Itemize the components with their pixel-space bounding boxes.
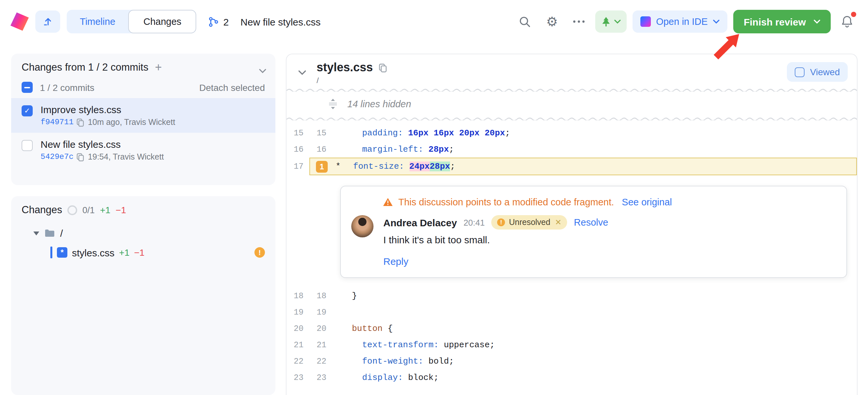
select-all-checkbox[interactable] [22,82,33,93]
open-in-ide-button[interactable]: Open in IDE [632,10,727,33]
viewed-toggle[interactable]: Viewed [787,62,848,82]
added-count: +1 [100,205,111,215]
old-line-number: 16 [286,145,309,154]
viewed-progress: 0/1 [83,205,95,215]
code-line: 2222 font-weight: bold; [286,353,857,369]
old-line-number: 15 [286,128,309,138]
notification-dot [851,12,856,17]
commit-hash[interactable]: f949711 [40,118,73,127]
close-icon[interactable]: ✕ [555,218,562,227]
old-line-number: 20 [286,324,309,333]
chevron-down-icon [614,20,621,24]
resolve-button[interactable]: Resolve [574,217,608,227]
code-text: display: block; [332,373,439,383]
tab-timeline[interactable]: Timeline [67,10,128,33]
new-line-number: 22 [309,357,332,366]
unresolved-warning-icon[interactable]: ! [254,247,265,258]
more-options-button[interactable] [568,11,589,32]
notifications-button[interactable] [837,11,858,32]
reply-button[interactable]: Reply [383,256,608,267]
commits-count: 2 [223,16,229,27]
file-removed-count: −1 [134,247,145,258]
branch-menu-button[interactable] [595,10,627,33]
code-text: button { [332,324,393,334]
discussion-card: This discussion points to a modified cod… [340,186,847,278]
finish-review-label: Finish review [744,16,806,27]
tab-changes[interactable]: Changes [128,10,196,33]
code-text: text-transform: uppercase; [332,340,495,350]
commit-info: New file styles.css 5429e7c 19:54, Travi… [40,139,164,161]
new-line-number: 21 [309,340,332,350]
diff-panel: styles.css / Viewed 14 lines hidden 1515… [286,54,858,395]
collapse-panel-button[interactable] [259,64,266,76]
code-text: margin-left: 28px; [332,145,454,154]
discussion-warning-text: This discussion points to a modified cod… [398,197,614,207]
selection-summary: 1 / 2 commits [40,82,95,93]
commit-meta: f949711 10m ago, Travis Wickett [40,118,175,127]
detach-selected-button[interactable]: Detach selected [199,82,265,93]
commits-panel: Changes from 1 / 2 commits + 1 / 2 commi… [11,54,275,185]
finish-review-button[interactable]: Finish review [733,10,831,33]
code-lines-after: 1818}19192020button {2121 text-transform… [286,288,857,386]
old-line-number: 19 [286,308,309,317]
commit-time-author: 10m ago, Travis Wickett [88,118,175,127]
discussion-anchor-line[interactable]: 1*font-size: 24px28px; [309,158,857,175]
hidden-lines-label: 14 lines hidden [347,99,411,109]
commit-selection-row: 1 / 2 commits Detach selected [22,82,265,93]
old-line-number: 18 [286,291,309,301]
commit-checkbox[interactable] [22,140,33,151]
copy-icon[interactable] [77,118,85,126]
viewed-label: Viewed [810,67,840,77]
open-in-ide-label: Open in IDE [656,17,708,27]
warning-dot-icon: ! [497,218,505,226]
commit-checkbox[interactable]: ✓ [22,105,33,116]
old-line-number: 21 [286,340,309,350]
comment-header: Andrea Delacey 20:41 ! Unresolved ✕ Reso… [383,215,608,230]
collapse-file-button[interactable] [298,66,306,78]
discussion-warning-row: This discussion points to a modified cod… [351,197,836,207]
tree-root-label: / [60,227,63,239]
add-commit-icon[interactable]: + [155,61,162,73]
copy-icon[interactable] [379,63,387,72]
discussion-count-badge[interactable]: 1 [316,160,328,172]
caret-down-icon[interactable] [33,231,39,235]
tree-file-row[interactable]: * styles.css +1 −1 ! [22,247,265,258]
code-line: 1616 margin-left: 28px; [286,141,857,158]
wavy-divider [286,87,857,92]
new-line-number: 15 [309,128,332,138]
top-bar-actions: ⚙ Open in IDE Finish review [515,10,858,33]
unresolved-badge[interactable]: ! Unresolved ✕ [491,215,567,230]
hidden-lines-expander[interactable]: 14 lines hidden [286,88,857,120]
app-logo[interactable] [10,12,29,31]
commit-item[interactable]: ✓ Improve styles.css f949711 10m ago, Tr… [11,98,275,133]
commits-panel-title: Changes from 1 / 2 commits [22,61,149,73]
settings-button[interactable]: ⚙ [541,11,562,32]
unfold-icon[interactable] [328,99,338,109]
search-icon [519,16,531,28]
code-line: 1515 padding: 16px 16px 20px 20px; [286,125,857,141]
code-block: 1515 padding: 16px 16px 20px 20px;1616 m… [286,120,857,386]
code-line: 2020button { [286,321,857,337]
copy-icon[interactable] [77,153,85,161]
discussion-comment: Andrea Delacey 20:41 ! Unresolved ✕ Reso… [351,215,836,267]
chevron-down-icon [814,20,820,24]
tree-root-row[interactable]: / [22,227,265,239]
code-line: 1818} [286,288,857,304]
commit-info: Improve styles.css f949711 10m ago, Trav… [40,104,175,127]
arrow-up-icon [42,17,53,27]
commits-indicator[interactable]: 2 [208,16,229,27]
old-line-number: 22 [286,357,309,366]
search-button[interactable] [515,11,536,32]
code-text: padding: 16px 16px 20px 20px; [332,128,510,138]
removed-count: −1 [116,205,126,215]
back-to-list-button[interactable] [35,10,60,33]
commits-icon [208,16,219,27]
diff-file-header: styles.css / Viewed [286,54,857,88]
unresolved-label: Unresolved [509,218,550,227]
tree-icon [601,16,611,27]
view-switcher: Timeline Changes [67,10,196,33]
see-original-link[interactable]: See original [622,197,672,207]
commit-item[interactable]: New file styles.css 5429e7c 19:54, Travi… [11,133,275,168]
commit-hash[interactable]: 5429e7c [40,152,73,161]
viewed-checkbox[interactable] [795,67,805,77]
